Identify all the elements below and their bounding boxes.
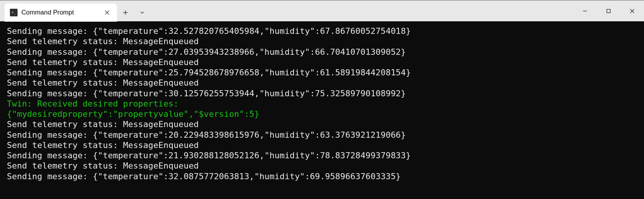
close-window-button[interactable] [620,0,644,22]
terminal-line: {"mydesiredproperty":"propertyvalue","$v… [7,109,637,119]
maximize-icon [606,9,611,13]
minimize-icon [583,9,587,13]
titlebar-drag-region[interactable] [151,0,573,21]
terminal-line: Send telemetry status: MessageEnqueued [7,119,637,129]
plus-icon [123,10,128,15]
terminal-line: Send telemetry status: MessageEnqueued [7,78,637,88]
tab-dropdown-button[interactable] [134,3,151,21]
chevron-down-icon [140,10,145,15]
terminal-line: Send telemetry status: MessageEnqueued [7,36,637,46]
titlebar[interactable]: >_ Command Prompt [0,0,644,21]
terminal-line: Sending message: {"temperature":30.12576… [7,88,637,99]
new-tab-button[interactable] [117,3,134,21]
terminal-line: Sending message: {"temperature":27.03953… [7,47,637,57]
window-controls [573,0,644,21]
tab-close-button[interactable] [103,8,112,17]
terminal-line: Sending message: {"temperature":21.93028… [7,150,637,161]
tab-title: Command Prompt [21,9,99,16]
command-prompt-icon-glyph: >_ [11,11,16,14]
terminal-line: Twin: Received desired properties: [7,99,637,109]
minimize-button[interactable] [573,0,597,22]
terminal-line: Sending message: {"temperature":32.52782… [7,26,637,36]
terminal-line: Send telemetry status: MessageEnqueued [7,161,637,171]
terminal-line: Send telemetry status: MessageEnqueued [7,57,637,67]
terminal-line: Send telemetry status: MessageEnqueued [7,140,637,150]
terminal-output[interactable]: Sending message: {"temperature":32.52782… [0,21,644,199]
close-icon [630,9,634,13]
maximize-button[interactable] [597,0,620,22]
svg-rect-0 [607,9,610,13]
terminal-line: Sending message: {"temperature":20.22948… [7,130,637,140]
close-icon [105,10,109,15]
terminal-line: Sending message: {"temperature":32.08757… [7,171,637,181]
tab-command-prompt[interactable]: >_ Command Prompt [5,3,117,22]
command-prompt-icon: >_ [10,9,18,16]
terminal-line: Sending message: {"temperature":25.79452… [7,67,637,78]
